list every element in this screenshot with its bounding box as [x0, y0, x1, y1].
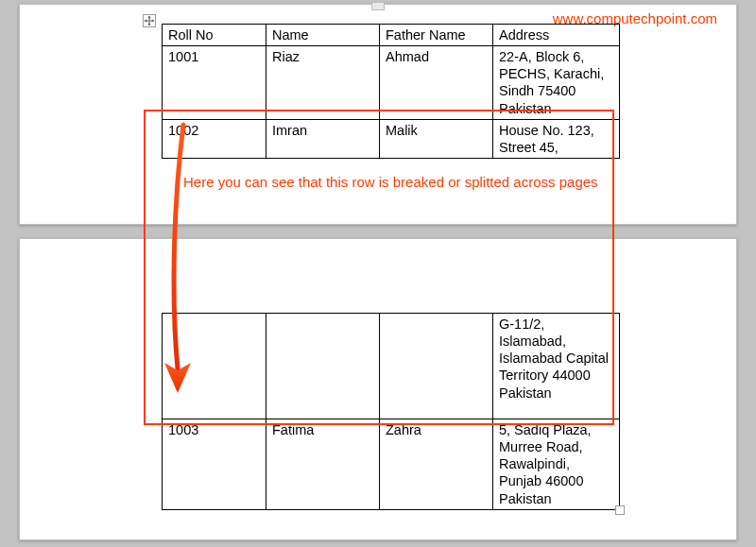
cell-address[interactable]: 22-A, Block 6, PECHS, Karachi, Sindh 754… [493, 46, 620, 120]
cell-roll[interactable]: 1002 [163, 119, 266, 158]
table-row[interactable]: 1001 Riaz Ahmad 22-A, Block 6, PECHS, Ka… [163, 46, 620, 120]
header-rollno[interactable]: Roll No [163, 25, 266, 46]
cell-father[interactable]: Ahmad [380, 46, 493, 120]
page-1: www.computechpoint.com Roll No Name Fath… [19, 4, 737, 225]
cell-father[interactable] [380, 314, 493, 419]
data-table-top[interactable]: Roll No Name Father Name Address 1001 Ri… [162, 24, 620, 159]
cell-roll[interactable]: 1003 [163, 419, 266, 510]
cell-father[interactable]: Malik [380, 119, 493, 158]
cell-address[interactable]: 5, Sadiq Plaza, Murree Road, Rawalpindi,… [493, 419, 620, 510]
cell-roll[interactable] [163, 314, 266, 419]
header-father[interactable]: Father Name [380, 25, 493, 46]
header-address[interactable]: Address [493, 25, 620, 46]
table-row-split-bottom[interactable]: G-11/2, Islamabad, Islamabad Capital Ter… [163, 314, 620, 419]
table-header-row[interactable]: Roll No Name Father Name Address [163, 25, 620, 46]
table-row-split-top[interactable]: 1002 Imran Malik House No. 123, Street 4… [163, 119, 620, 158]
cell-name[interactable] [266, 314, 380, 419]
document-canvas: www.computechpoint.com Roll No Name Fath… [0, 0, 756, 547]
cell-father[interactable]: Zahra [380, 419, 493, 510]
header-name[interactable]: Name [266, 25, 380, 46]
cell-name[interactable]: Riaz [266, 46, 380, 120]
cell-name[interactable]: Fatima [266, 419, 380, 510]
data-table-bottom[interactable]: G-11/2, Islamabad, Islamabad Capital Ter… [162, 313, 620, 510]
cell-roll[interactable]: 1001 [163, 46, 266, 120]
cell-address[interactable]: House No. 123, Street 45, [493, 119, 620, 158]
table-resize-handle[interactable] [615, 505, 625, 515]
cell-address[interactable]: G-11/2, Islamabad, Islamabad Capital Ter… [493, 314, 620, 419]
page-2: G-11/2, Islamabad, Islamabad Capital Ter… [19, 238, 737, 540]
cell-name[interactable]: Imran [266, 119, 380, 158]
table-row[interactable]: 1003 Fatima Zahra 5, Sadiq Plaza, Murree… [163, 419, 620, 510]
